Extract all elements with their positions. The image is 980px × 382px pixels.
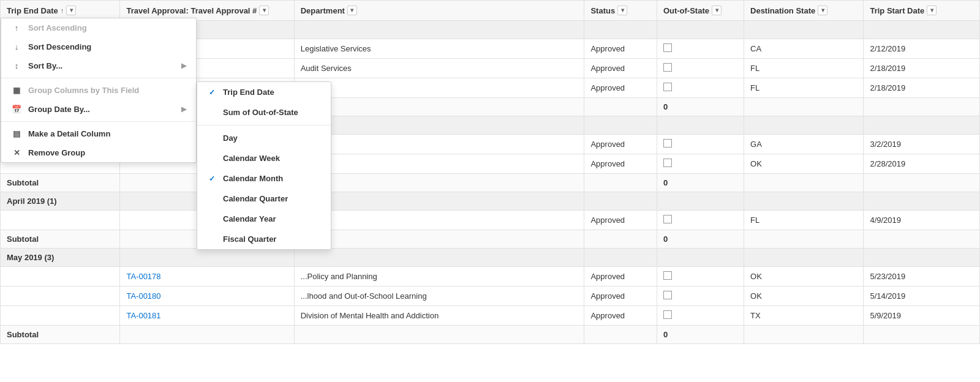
col-dropdown-trip-end-date[interactable]: ▾ [66,6,76,15]
table-cell [744,174,864,192]
sort-desc-menu-icon: ↓ [11,42,22,51]
col-dropdown-out-of-state[interactable]: ▾ [712,6,722,15]
sub-menu-calendar-week[interactable]: ✓ Calendar Week [197,148,331,168]
table-cell [584,230,657,249]
table-cell [864,249,980,267]
table-cell [657,192,744,211]
group-date-icon: 📅 [11,105,22,114]
sort-by-arrow: ▶ [181,62,186,70]
sub-menu-day[interactable]: ✓ Day [197,128,331,148]
table-cell [657,267,744,286]
table-row: Subtotal0 [1,174,980,192]
menu-group-date-by[interactable]: 📅 Group Date By... ▶ [1,100,196,119]
table-cell [744,230,864,249]
table-cell [744,98,864,116]
table-cell: 5/9/2019 [864,306,980,326]
table-cell[interactable]: TA-00178 [120,267,294,286]
table-cell: GA [744,135,864,154]
table-cell [1,267,120,286]
table-cell [744,326,864,344]
table-cell [657,211,744,230]
table-cell [294,249,584,267]
col-dropdown-department[interactable]: ▾ [347,6,357,15]
table-cell [864,192,980,211]
sub-menu-fiscal-quarter[interactable]: ✓ Fiscal Quarter [197,229,331,249]
menu-sort-by[interactable]: ↕ Sort By... ▶ [1,56,196,75]
table-cell: 2/18/2019 [864,78,980,98]
table-cell [864,21,980,39]
table-cell [744,249,864,267]
sub-menu-calendar-quarter[interactable]: ✓ Calendar Quarter [197,189,331,209]
table-cell [1,306,120,326]
table-cell: Approved [584,135,657,154]
table-cell: ...g [294,78,584,98]
table-cell: Division of Mental Health and Addiction [294,306,584,326]
col-label-status: Status [590,6,615,15]
sub-menu-calendar-year[interactable]: ✓ Calendar Year [197,209,331,229]
table-cell: Approved [584,306,657,326]
table-cell [744,21,864,39]
table-cell [1,286,120,306]
out-of-state-checkbox[interactable] [663,271,672,280]
out-of-state-checkbox[interactable] [663,215,672,223]
table-row: April 2019 (1) [1,192,980,211]
table-cell: Approved [584,59,657,78]
main-table-container: Trip End Date ↑ ▾ ↑ Sort Ascending ↓ Sor… [0,0,980,344]
col-header-status: Status ▾ [584,1,657,21]
menu-sort-asc[interactable]: ↑ Sort Ascending [1,18,196,37]
sub-menu-sum-out-of-state[interactable]: ✓ Sum of Out-of-State [197,102,331,122]
menu-sort-desc[interactable]: ↓ Sort Descending [1,37,196,56]
table-cell[interactable]: TA-00181 [120,306,294,326]
sub-menu-trip-end-date[interactable]: ✓ Trip End Date [197,82,331,102]
menu-divider-2 [1,121,196,122]
out-of-state-checkbox[interactable] [663,63,672,72]
table-cell [294,116,584,135]
menu-remove-group[interactable]: ✕ Remove Group [1,143,196,162]
out-of-state-checkbox[interactable] [663,310,672,319]
table-cell: 4/9/2019 [864,211,980,230]
table-cell [584,98,657,116]
table-cell: ...ounsel [294,211,584,230]
table-cell: Approved [584,211,657,230]
col-label-department: Department [301,6,345,15]
col-label-trip-end-date: Trip End Date [7,6,58,15]
table-cell: OK [744,154,864,174]
table-cell[interactable]: TA-00180 [120,286,294,306]
out-of-state-checkbox[interactable] [663,83,672,91]
table-cell: Approved [584,154,657,174]
menu-make-detail[interactable]: ▤ Make a Detail Column [1,124,196,143]
out-of-state-checkbox[interactable] [663,291,672,299]
table-cell [1,211,120,230]
col-dropdown-status[interactable]: ▾ [617,6,627,15]
table-cell [294,21,584,39]
col-header-department: Department ▾ [294,1,584,21]
out-of-state-checkbox[interactable] [663,43,672,52]
table-cell[interactable] [120,326,294,344]
out-of-state-checkbox[interactable] [663,159,672,167]
table-cell[interactable] [120,249,294,267]
table-cell [584,326,657,344]
table-cell: 0 [657,174,744,192]
col-dropdown-trip-start-date[interactable]: ▾ [927,6,937,15]
table-cell [864,174,980,192]
out-of-state-checkbox[interactable] [663,139,672,148]
table-cell: FL [744,59,864,78]
col-dropdown-travel-approval[interactable]: ▾ [259,6,269,15]
table-cell [744,116,864,135]
table-cell [657,154,744,174]
table-cell: 5/14/2019 [864,286,980,306]
table-cell [657,286,744,306]
remove-group-icon: ✕ [11,148,22,157]
menu-divider-1 [1,78,196,78]
table-cell: Subtotal [1,326,120,344]
table-cell: Approved [584,286,657,306]
table-cell: OK [744,286,864,306]
col-dropdown-destination-state[interactable]: ▾ [818,6,827,15]
table-cell: Subtotal [1,174,120,192]
sort-asc-icon: ↑ [61,7,64,14]
table-cell [657,59,744,78]
sub-menu-calendar-month[interactable]: ✓ Calendar Month [197,168,331,189]
group-col-icon: ▦ [11,86,22,95]
table-cell [657,249,744,267]
table-cell [584,21,657,39]
